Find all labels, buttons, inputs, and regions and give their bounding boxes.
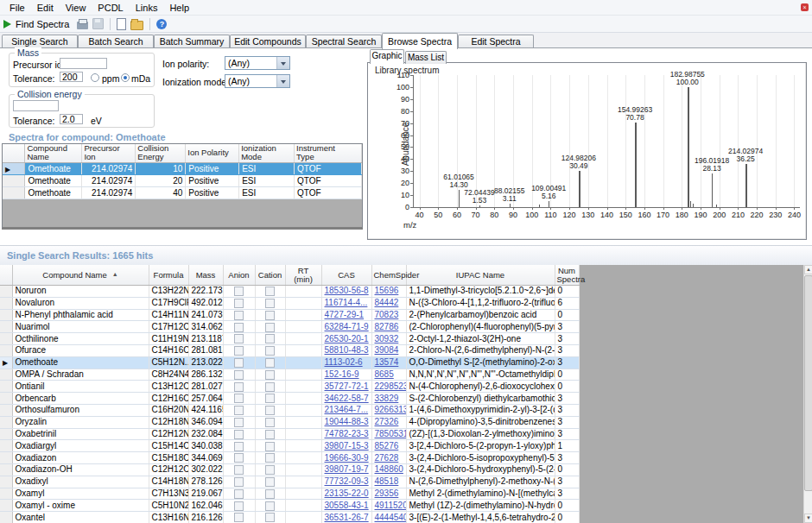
cas-link[interactable]: 39807-19-7 bbox=[325, 464, 369, 474]
results-row[interactable]: OfuraceC14H16Cl...281.0818758810-48-3390… bbox=[0, 344, 579, 356]
chevron-down-icon[interactable] bbox=[276, 75, 289, 87]
anion-checkbox[interactable] bbox=[234, 489, 244, 499]
cas-link[interactable]: 35727-72-1 bbox=[325, 381, 369, 391]
chemspider-link[interactable]: 2298523 bbox=[375, 381, 407, 391]
spectra-column-header[interactable]: InstrumentType bbox=[295, 144, 362, 162]
spectra-row[interactable]: ▶Omethoate214.0297410PositiveESIQTOF bbox=[3, 162, 362, 174]
cas-link[interactable]: 1113-02-6 bbox=[325, 357, 363, 367]
row-selector-cell[interactable] bbox=[0, 333, 12, 345]
row-selector-cell[interactable] bbox=[0, 369, 12, 381]
chemspider-link[interactable]: 39084 bbox=[375, 345, 399, 355]
cas-link[interactable]: 152-16-9 bbox=[325, 369, 359, 379]
cas-link[interactable]: 74782-23-3 bbox=[325, 429, 369, 438]
cation-checkbox[interactable] bbox=[265, 311, 275, 320]
results-column-header[interactable]: IUPAC Name bbox=[406, 265, 555, 286]
row-selector-cell[interactable] bbox=[0, 321, 12, 333]
row-selector-cell[interactable] bbox=[0, 404, 12, 416]
anion-checkbox[interactable] bbox=[234, 311, 244, 320]
spectra-column-header[interactable]: Precursor Ion bbox=[82, 144, 136, 162]
anion-checkbox[interactable] bbox=[234, 501, 244, 511]
tab-mass-list[interactable]: Mass List bbox=[405, 51, 447, 64]
anion-checkbox[interactable] bbox=[234, 430, 244, 439]
anion-checkbox[interactable] bbox=[234, 334, 244, 343]
cas-link[interactable]: 30558-43-1 bbox=[325, 501, 369, 510]
menu-item-view[interactable]: View bbox=[60, 1, 92, 15]
menu-item-help[interactable]: Help bbox=[163, 1, 195, 15]
ion-polarity-dropdown[interactable]: (Any) bbox=[225, 56, 290, 70]
mass-tolerance-input[interactable] bbox=[60, 72, 83, 82]
results-column-header[interactable]: Compound Name▲ bbox=[12, 265, 149, 286]
ionization-mode-dropdown[interactable]: (Any) bbox=[225, 74, 290, 88]
cation-checkbox[interactable] bbox=[265, 358, 275, 368]
close-icon[interactable]: × bbox=[801, 3, 809, 11]
collision-energy-input[interactable] bbox=[13, 100, 59, 111]
chemspider-link[interactable]: 33829 bbox=[375, 394, 399, 403]
row-selector-cell[interactable] bbox=[0, 393, 12, 405]
results-row[interactable]: OxabetrinilC12H12N...232.0847974782-23-3… bbox=[0, 428, 579, 440]
menu-item-file[interactable]: File bbox=[3, 1, 31, 15]
results-column-header[interactable]: Mass bbox=[188, 265, 223, 286]
tab-spectral-search[interactable]: Spectral Search bbox=[306, 35, 382, 47]
ce-tolerance-input[interactable] bbox=[60, 114, 83, 124]
cation-checkbox[interactable] bbox=[265, 418, 275, 427]
row-selector-cell[interactable] bbox=[0, 381, 12, 393]
chemspider-link[interactable]: 7850531 bbox=[375, 429, 407, 438]
cas-link[interactable]: 213464-7... bbox=[325, 405, 369, 414]
precursor-ion-input[interactable] bbox=[60, 58, 107, 69]
results-row[interactable]: Oxadiazon-OHC12H12Cl...302.0225039807-19… bbox=[0, 463, 579, 476]
open-folder-icon[interactable] bbox=[130, 21, 143, 30]
cation-checkbox[interactable] bbox=[265, 370, 275, 380]
anion-checkbox[interactable] bbox=[234, 370, 244, 380]
results-row[interactable]: ▶OmethoateC5H12N...213.022471113-02-6135… bbox=[0, 356, 579, 369]
row-selector-cell[interactable] bbox=[0, 286, 12, 298]
results-row[interactable]: OrbencarbC12H16Cl...257.0641134622-58-73… bbox=[0, 393, 579, 405]
chemspider-link[interactable]: 30932 bbox=[375, 334, 399, 343]
new-document-icon[interactable] bbox=[117, 18, 126, 30]
chemspider-link[interactable]: 84442 bbox=[375, 298, 399, 307]
chemspider-link[interactable]: 148860 bbox=[375, 464, 403, 474]
anion-checkbox[interactable] bbox=[234, 477, 244, 487]
results-scrollbar[interactable]: ▲ ▼ bbox=[803, 265, 812, 523]
results-row[interactable]: OrthosulfamuronC16H20N...424.11650213464… bbox=[0, 404, 579, 416]
anion-checkbox[interactable] bbox=[234, 418, 244, 427]
cas-link[interactable]: 58810-48-3 bbox=[325, 345, 369, 355]
menu-item-links[interactable]: Links bbox=[130, 1, 164, 15]
anion-checkbox[interactable] bbox=[234, 394, 244, 403]
cas-link[interactable]: 63284-71-9 bbox=[325, 322, 369, 331]
results-row[interactable]: NuarimolC17H12Cl...314.0622263284-71-982… bbox=[0, 321, 579, 333]
anion-checkbox[interactable] bbox=[234, 465, 244, 475]
chemspider-link[interactable]: 27628 bbox=[375, 453, 399, 463]
tab-batch-summary[interactable]: Batch Summary bbox=[154, 35, 230, 47]
chemspider-link[interactable]: 15696 bbox=[375, 286, 399, 295]
help-icon[interactable]: ? bbox=[156, 19, 167, 29]
anion-checkbox[interactable] bbox=[234, 358, 244, 368]
scroll-up-icon[interactable]: ▲ bbox=[804, 265, 812, 274]
row-selector-cell[interactable] bbox=[0, 344, 12, 356]
chemspider-link[interactable]: 29356 bbox=[375, 488, 399, 498]
ppm-radio[interactable] bbox=[91, 73, 99, 82]
run-find-spectra-icon[interactable] bbox=[3, 20, 11, 28]
row-selector-cell[interactable] bbox=[0, 452, 12, 464]
spectra-column-header[interactable]: CompoundName bbox=[25, 144, 82, 162]
cation-checkbox[interactable] bbox=[265, 430, 275, 439]
mda-radio[interactable] bbox=[121, 73, 130, 82]
results-row[interactable]: OxadiazonC15H18Cl...344.0694519666-30-92… bbox=[0, 452, 579, 464]
results-column-header[interactable]: Cation bbox=[255, 265, 285, 286]
cas-link[interactable]: 23135-22-0 bbox=[325, 488, 369, 498]
row-selector-cell[interactable] bbox=[3, 186, 25, 198]
cas-link[interactable]: 19666-30-9 bbox=[325, 453, 369, 463]
results-column-header[interactable]: Formula bbox=[149, 265, 188, 286]
results-row[interactable]: OxamylC7H13N3...219.0677623135-22-029356… bbox=[0, 488, 579, 500]
chemspider-link[interactable]: 9266313 bbox=[375, 405, 407, 414]
anion-checkbox[interactable] bbox=[234, 442, 244, 451]
results-column-header[interactable]: ChemSpider bbox=[371, 265, 406, 286]
tab-browse-spectra[interactable]: Browse Spectra bbox=[382, 33, 458, 49]
chemspider-link[interactable]: 27326 bbox=[375, 417, 399, 426]
cation-checkbox[interactable] bbox=[265, 299, 275, 308]
chemspider-link[interactable]: 8685 bbox=[375, 369, 394, 379]
results-row[interactable]: OxadixylC14H18N...278.1266677732-09-3485… bbox=[0, 476, 579, 488]
cas-link[interactable]: 116714-4... bbox=[325, 298, 368, 307]
spectra-row[interactable]: Omethoate214.0297420PositiveESIQTOF bbox=[3, 174, 362, 186]
save-icon[interactable] bbox=[92, 18, 104, 29]
anion-checkbox[interactable] bbox=[234, 406, 244, 415]
